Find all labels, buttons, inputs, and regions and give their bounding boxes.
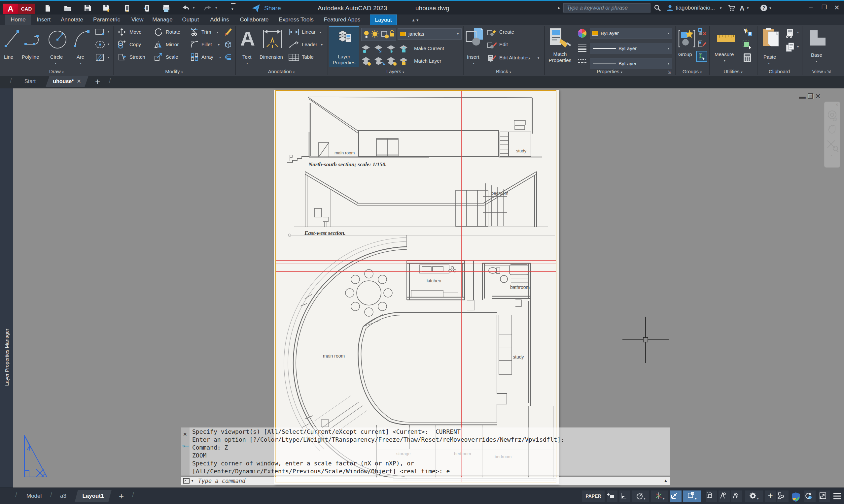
new-file-icon[interactable]: [44, 4, 52, 12]
block-edit-icon[interactable]: [487, 41, 497, 49]
linetype-combo[interactable]: ByLayer▾: [590, 58, 672, 69]
fillet-tool-icon[interactable]: [190, 40, 199, 49]
linear-dropdown-icon[interactable]: ▾: [320, 30, 321, 34]
tab-manage[interactable]: Manage: [151, 15, 174, 25]
draw-panel-title[interactable]: Draw ▾: [0, 69, 113, 75]
annotation-visibility-button[interactable]: [719, 490, 730, 502]
rotate-tool-icon[interactable]: [154, 28, 162, 36]
linear-tool-label[interactable]: Linear: [302, 29, 316, 35]
layer-properties-button[interactable]: LayerProperties: [329, 26, 359, 67]
color-combo[interactable]: ByLayer▾: [590, 28, 672, 39]
text-dropdown-icon[interactable]: ▾: [246, 61, 248, 65]
annotation-panel-title[interactable]: Annotation ▾: [235, 69, 328, 75]
drawing-window-controls[interactable]: ▬ ❒ ✕: [799, 92, 839, 100]
redo-dropdown-icon[interactable]: ▾: [215, 6, 217, 10]
measure-tool-icon[interactable]: [716, 30, 736, 47]
circle-tool-icon[interactable]: [47, 26, 68, 51]
autocad-logo-icon[interactable]: A: [3, 4, 18, 14]
group-selection-toggle[interactable]: [696, 51, 707, 62]
layer-tools-row3-icons[interactable]: [361, 56, 411, 66]
erase-tool-icon[interactable]: [224, 28, 232, 36]
copy-clip-icon[interactable]: [785, 42, 795, 52]
base-tool-label[interactable]: Base: [811, 52, 822, 58]
command-wrench-icon[interactable]: 🔧: [181, 442, 190, 451]
autoscale-button[interactable]: [731, 490, 742, 502]
trim-tool-icon[interactable]: [190, 28, 199, 36]
leader-dropdown-icon[interactable]: ▾: [321, 43, 323, 47]
group-tool-label[interactable]: Group: [678, 52, 692, 57]
match-layer-label[interactable]: Match Layer: [414, 58, 442, 64]
share-button[interactable]: Share: [264, 5, 281, 12]
base-tool-icon[interactable]: [808, 29, 827, 48]
explode-tool-icon[interactable]: [224, 40, 232, 49]
linetype-icon[interactable]: [577, 58, 587, 67]
copy-clip-dropdown-icon[interactable]: ▾: [797, 45, 799, 49]
offset-tool-icon[interactable]: [224, 53, 232, 61]
graphics-performance-button[interactable]: [791, 490, 803, 502]
arc-dropdown-icon[interactable]: ▾: [80, 61, 82, 65]
tab-addins[interactable]: Add-ins: [208, 15, 231, 25]
search-icon[interactable]: [653, 4, 662, 12]
copy-tool-icon[interactable]: [118, 40, 126, 49]
circle-dropdown-icon[interactable]: ▾: [55, 61, 56, 65]
tab-layout[interactable]: Layout: [370, 15, 397, 25]
layer-combo[interactable]: janelas▾: [398, 29, 462, 40]
command-input-dropdown-icon[interactable]: ▾: [191, 479, 193, 483]
drawing-minimize-icon[interactable]: ▬: [799, 93, 806, 100]
mirror-tool-icon[interactable]: [154, 40, 162, 49]
autodesk-app-icon[interactable]: A: [740, 5, 744, 12]
layout1-tab[interactable]: Layout1: [75, 490, 111, 502]
paste-tool-label[interactable]: Paste: [763, 54, 776, 60]
file-tab-uhouse[interactable]: uhouse* ✕: [46, 76, 88, 87]
utilities-panel-title[interactable]: Utilities ▾: [709, 69, 757, 75]
arc-tool-label[interactable]: Arc: [76, 54, 84, 60]
tab-view[interactable]: View: [129, 15, 146, 25]
color-wheel-icon[interactable]: [577, 29, 587, 38]
minimize-button[interactable]: –: [809, 4, 813, 11]
osnap-tracking-button[interactable]: [670, 490, 682, 502]
leader-tool-label[interactable]: Leader: [302, 41, 317, 47]
cut-icon[interactable]: [785, 29, 795, 38]
command-input-row[interactable]: >_ ▾ Type a command ▲: [181, 477, 670, 485]
navbar-close-icon[interactable]: ✕: [825, 102, 840, 108]
block-panel-title[interactable]: Block ▾: [463, 69, 544, 75]
line-tool-label[interactable]: Line: [4, 54, 13, 60]
line-tool-icon[interactable]: [3, 27, 20, 50]
help-dropdown-icon[interactable]: ▾: [769, 6, 771, 10]
username-button[interactable]: tiagobonifacio...: [676, 5, 715, 11]
save-icon[interactable]: [83, 4, 92, 12]
text-tool-icon[interactable]: A: [238, 26, 257, 51]
measure-dropdown-icon[interactable]: ▾: [724, 59, 725, 62]
tab-collaborate[interactable]: Collaborate: [238, 15, 270, 25]
share-icon[interactable]: [251, 4, 261, 13]
save-as-icon[interactable]: [102, 4, 111, 12]
command-input[interactable]: Type a command: [198, 478, 245, 484]
circle-tool-label2[interactable]: Circle: [50, 54, 63, 60]
app-dropdown-icon[interactable]: ▾: [747, 6, 749, 10]
block-create-icon[interactable]: [487, 29, 497, 36]
quick-select-icon[interactable]: [742, 28, 752, 37]
layers-panel-title[interactable]: Layers ▾: [328, 69, 463, 75]
ellipse-tool-icon[interactable]: [94, 40, 106, 49]
file-tab-close-icon[interactable]: ✕: [76, 78, 81, 84]
leader-tool-icon[interactable]: [288, 41, 300, 48]
properties-launcher-icon[interactable]: ⇲: [668, 70, 671, 74]
linear-tool-icon[interactable]: [288, 29, 300, 36]
help-icon[interactable]: ?: [759, 4, 768, 12]
modify-panel-title[interactable]: Modify ▾: [113, 69, 235, 75]
tab-featured-apps[interactable]: Featured Apps: [323, 15, 361, 25]
make-current-label[interactable]: Make Current: [414, 46, 444, 51]
search-input[interactable]: Type a keyword or phrase: [563, 3, 651, 13]
model-tab[interactable]: Model: [27, 490, 41, 502]
move-tool-label[interactable]: Move: [130, 29, 142, 35]
layer-state-icons[interactable]: [361, 28, 396, 41]
open-file-icon[interactable]: [64, 4, 72, 12]
ellipse-dropdown-icon[interactable]: ▾: [108, 42, 109, 46]
tab-annotate[interactable]: Annotate: [58, 15, 86, 25]
insert-tool-icon[interactable]: [466, 27, 483, 49]
command-close-icon[interactable]: ✕: [183, 431, 187, 437]
annotation-monitor-button[interactable]: [777, 490, 789, 502]
quick-calc-icon[interactable]: [742, 53, 752, 63]
paste-dropdown-icon[interactable]: ▾: [768, 61, 770, 65]
drawing-area[interactable]: Layer Properties Manager: [0, 88, 844, 487]
